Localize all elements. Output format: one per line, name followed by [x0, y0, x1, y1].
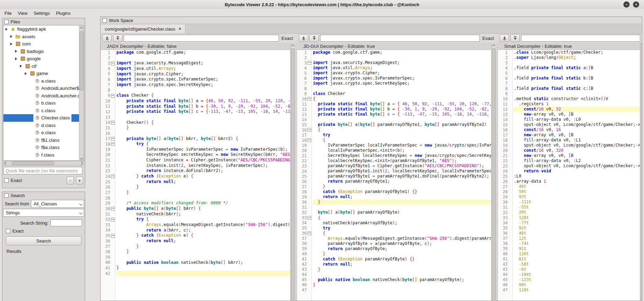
increment-button[interactable]: +: [76, 176, 83, 184]
fold-toggle-icon[interactable]: [111, 207, 115, 211]
menu-view[interactable]: View: [15, 10, 31, 17]
menu-settings[interactable]: Settings: [31, 10, 53, 17]
scroll-right-icon[interactable]: [80, 162, 83, 165]
tab-close-icon[interactable]: ×: [179, 26, 181, 31]
search-type-combobox[interactable]: Strings: [3, 209, 84, 217]
fold-toggle-icon[interactable]: [307, 232, 311, 235]
fold-toggle-icon[interactable]: [307, 61, 311, 65]
tree-item-g-class[interactable]: g.class: [3, 159, 84, 161]
scrollbar-thumb[interactable]: [80, 31, 83, 90]
search-string-input[interactable]: [50, 219, 82, 226]
fold-toggle-icon[interactable]: [307, 138, 311, 142]
save-down-button[interactable]: [500, 34, 509, 42]
menu-plugins[interactable]: Plugins: [53, 10, 74, 17]
expander-icon[interactable]: [15, 50, 17, 53]
search-string-label: Search String:: [20, 221, 48, 226]
tree-item-androidlauncher-class[interactable]: AndroidLauncher.class: [3, 92, 84, 100]
minimize-icon: −: [625, 2, 628, 7]
expander-icon[interactable]: [20, 65, 22, 67]
file-tree-vscrollbar[interactable]: [79, 25, 84, 160]
pane-search-input-smali[interactable]: [521, 35, 640, 42]
detach-checkbox-icon[interactable]: [4, 20, 9, 24]
save-down-button[interactable]: [299, 34, 308, 42]
minimize-button[interactable]: −: [623, 1, 630, 8]
code-text[interactable]: .class Lcom/google/ctf/game/Checker;.sup…: [513, 50, 640, 301]
tree-item-c-class[interactable]: c.class: [3, 107, 84, 115]
tree-item-game[interactable]: game: [3, 70, 84, 77]
fold-toggle-icon[interactable]: [111, 62, 115, 65]
save-down-button[interactable]: [102, 34, 112, 42]
scroll-up-icon[interactable]: [492, 43, 496, 48]
fold-toggle-icon[interactable]: [111, 142, 115, 146]
tree-item-androidlauncher-1-class[interactable]: AndroidLauncher$1.class: [3, 85, 84, 92]
code-text[interactable]: package com.google.ctf.game;import java.…: [115, 50, 290, 301]
fold-toggle-icon[interactable]: [307, 128, 311, 132]
scroll-down-icon[interactable]: [80, 155, 83, 160]
vertical-scrollbar[interactable]: [290, 43, 295, 301]
menu-file[interactable]: File: [1, 10, 15, 17]
scrollbar-thumb[interactable]: [291, 49, 295, 300]
expander-icon[interactable]: [10, 35, 12, 38]
code-line: private static final byte[] c = {-113, -…: [116, 109, 290, 115]
tree-item-label: f$1.class: [41, 138, 59, 143]
load-up-button[interactable]: [113, 34, 122, 42]
tree-item-ctf[interactable]: ctf: [3, 63, 84, 70]
package-icon: [20, 49, 25, 54]
tree-item-com[interactable]: com: [3, 40, 84, 48]
code-line: [116, 131, 290, 136]
detach-checkbox-icon[interactable]: [102, 18, 107, 23]
tree-item-f-class[interactable]: f.class: [3, 151, 84, 159]
vertical-scrollbar[interactable]: [491, 43, 496, 301]
fold-toggle-icon[interactable]: [111, 121, 115, 125]
expander-icon[interactable]: [5, 28, 8, 31]
android-icon: [11, 27, 15, 32]
fold-toggle-icon[interactable]: [307, 216, 311, 220]
scrollbar-thumb[interactable]: [640, 43, 642, 300]
tree-item-badlogic[interactable]: badlogic: [3, 48, 84, 55]
fold-toggle-icon[interactable]: [111, 174, 115, 178]
vertical-scrollbar[interactable]: [640, 43, 642, 301]
tree-item-flaggybird-apk[interactable]: flaggybird.apk: [3, 25, 84, 33]
fold-toggle-icon[interactable]: [307, 97, 311, 101]
file-tree-hscrollbar[interactable]: [3, 161, 84, 165]
maximize-button[interactable]: +: [633, 1, 639, 8]
tree-item-a-class[interactable]: a.class: [3, 77, 84, 85]
code-editor-smali[interactable]: 1234567891011121314151617181920212223242…: [498, 50, 640, 301]
tree-item-e-class[interactable]: e.class: [3, 129, 84, 137]
exact-checkbox[interactable]: [4, 178, 9, 183]
search-exact-checkbox[interactable]: [6, 229, 10, 233]
pane-search-input-jdgui[interactable]: [320, 35, 480, 42]
tree-item-f-a-class[interactable]: f$a.class: [3, 144, 84, 151]
search-button[interactable]: Search: [6, 236, 81, 245]
code-text[interactable]: package com.google.ctf.game;import java.…: [312, 50, 491, 301]
fold-toggle-icon[interactable]: [111, 218, 115, 222]
quick-file-search-input[interactable]: [3, 167, 82, 174]
code-editor-jdgui[interactable]: 1234567891011121314151617181920212223242…: [297, 50, 491, 301]
fold-toggle-icon[interactable]: [111, 94, 115, 98]
pane-search-input-jadx[interactable]: [124, 35, 279, 42]
expander-icon[interactable]: [15, 57, 17, 60]
tree-item-checker-class[interactable]: Checker.class: [3, 114, 84, 122]
fold-toggle-icon[interactable]: [111, 234, 115, 238]
scroll-up-icon[interactable]: [291, 43, 295, 48]
tab-checker-class[interactable]: com/google/ctf/game/Checker.class ×: [101, 24, 185, 33]
tree-item-google[interactable]: google: [3, 55, 84, 63]
scroll-left-icon[interactable]: [4, 162, 8, 165]
scrollbar-thumb[interactable]: [12, 161, 54, 165]
load-up-button[interactable]: [510, 34, 520, 42]
expander-icon[interactable]: [10, 43, 12, 45]
tree-item-b-class[interactable]: b.class: [3, 99, 84, 107]
decrement-button[interactable]: -: [67, 176, 74, 184]
scroll-up-icon[interactable]: [80, 25, 83, 30]
expander-icon[interactable]: [25, 72, 27, 75]
load-up-button[interactable]: [309, 34, 319, 42]
tree-item-assets[interactable]: assets: [3, 33, 84, 41]
code-editor-jadx[interactable]: 1234567891011121314151617181920212223242…: [101, 50, 290, 301]
tree-item-f-1-class[interactable]: f$1.class: [3, 137, 84, 144]
scrollbar-thumb[interactable]: [492, 49, 496, 300]
detach-checkbox-icon[interactable]: [4, 193, 9, 198]
class-icon: [35, 101, 39, 106]
search-from-combobox[interactable]: All_Classes: [31, 200, 84, 208]
tree-item-d-class[interactable]: d.class: [3, 122, 84, 129]
fold-toggle-icon[interactable]: [111, 137, 115, 141]
